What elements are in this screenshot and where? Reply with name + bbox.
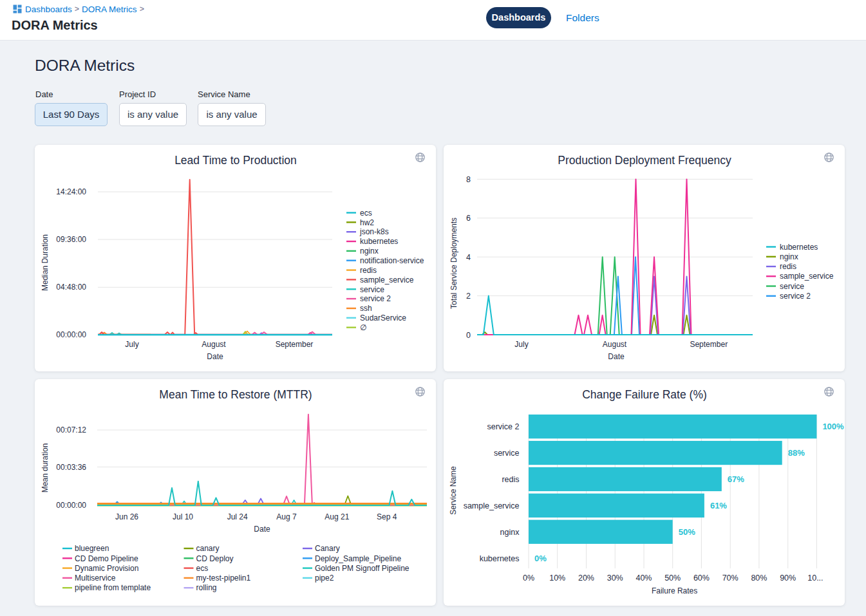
svg-text:80%: 80% (751, 574, 767, 583)
svg-text:Mean duration: Mean duration (41, 443, 50, 493)
svg-text:service 2: service 2 (487, 422, 519, 431)
svg-text:redis: redis (780, 262, 796, 271)
svg-text:Jun 26: Jun 26 (115, 512, 138, 521)
svg-text:bluegreen: bluegreen (75, 544, 109, 553)
svg-text:nginx: nginx (780, 252, 798, 261)
svg-text:09:36:00: 09:36:00 (56, 235, 86, 244)
svg-text:8: 8 (466, 175, 471, 184)
svg-text:August: August (202, 340, 226, 349)
svg-text:Dynamic Provision: Dynamic Provision (75, 564, 138, 573)
svg-text:60%: 60% (693, 574, 710, 583)
svg-text:50%: 50% (679, 527, 695, 537)
svg-text:Production Deployment Frequenc: Production Deployment Frequency (558, 154, 731, 167)
svg-text:CD Demo Pipeline: CD Demo Pipeline (75, 554, 138, 563)
svg-text:70%: 70% (722, 574, 739, 583)
svg-text:service 2: service 2 (360, 294, 391, 303)
svg-text:Jul 24: Jul 24 (227, 512, 248, 521)
svg-text:Multiservice: Multiservice (75, 574, 116, 583)
svg-text:10...: 10... (807, 574, 823, 583)
svg-text:Golden PM Signoff Pipeline: Golden PM Signoff Pipeline (315, 564, 409, 573)
svg-text:0%: 0% (534, 554, 547, 563)
svg-text:10%: 10% (549, 574, 565, 583)
svg-text:kubernetes: kubernetes (780, 243, 818, 252)
svg-text:canary: canary (196, 544, 220, 553)
svg-text:Median Duration: Median Duration (41, 234, 50, 291)
svg-text:service: service (360, 285, 384, 294)
svg-text:sample_service: sample_service (780, 272, 834, 281)
svg-text:September: September (690, 340, 728, 349)
svg-text:30%: 30% (607, 574, 623, 583)
svg-text:0: 0 (466, 331, 471, 340)
svg-text:61%: 61% (710, 501, 727, 510)
svg-text:Date: Date (608, 352, 625, 361)
svg-text:2: 2 (466, 292, 471, 301)
svg-text:kubernetes: kubernetes (480, 554, 520, 563)
svg-text:Sep 4: Sep 4 (377, 512, 397, 521)
svg-text:14:24:00: 14:24:00 (56, 187, 86, 196)
svg-text:service 2: service 2 (780, 292, 811, 301)
svg-text:Change Failure Rate (%): Change Failure Rate (%) (582, 388, 707, 401)
svg-text:40%: 40% (635, 574, 652, 583)
svg-text:September: September (276, 340, 314, 349)
svg-text:notification-service: notification-service (360, 256, 424, 265)
svg-text:Lead Time to Production: Lead Time to Production (174, 154, 297, 167)
svg-text:July: July (125, 340, 138, 349)
svg-text:July: July (514, 340, 528, 349)
svg-text:rolling: rolling (196, 583, 217, 592)
svg-text:hw2: hw2 (360, 218, 374, 227)
svg-text:00:00:00: 00:00:00 (56, 501, 86, 510)
svg-text:redis: redis (502, 475, 519, 484)
svg-text:pipeline from template: pipeline from template (75, 583, 151, 592)
svg-text:service: service (494, 449, 520, 458)
svg-text:kubernetes: kubernetes (360, 237, 398, 246)
svg-text:CD Deploy: CD Deploy (196, 554, 234, 563)
svg-text:0%: 0% (523, 574, 534, 583)
svg-text:6: 6 (466, 214, 471, 223)
svg-text:Canary: Canary (315, 544, 340, 553)
svg-text:∅: ∅ (360, 323, 366, 332)
svg-text:50%: 50% (664, 574, 681, 583)
svg-text:90%: 90% (780, 574, 796, 583)
svg-text:redis: redis (360, 266, 377, 275)
svg-text:Date: Date (207, 352, 223, 361)
svg-text:ssh: ssh (360, 304, 372, 313)
svg-text:00:07:12: 00:07:12 (56, 425, 86, 434)
svg-text:Deploy_Sample_Pipeline: Deploy_Sample_Pipeline (315, 554, 401, 563)
svg-text:Aug 21: Aug 21 (325, 512, 349, 521)
svg-text:SudarService: SudarService (360, 313, 406, 322)
svg-text:Total Service Deployments: Total Service Deployments (449, 218, 458, 309)
svg-text:20%: 20% (578, 574, 594, 583)
svg-text:json-k8s: json-k8s (359, 227, 389, 236)
svg-text:August: August (603, 340, 627, 349)
svg-text:sample_service: sample_service (464, 501, 520, 510)
svg-text:sample_service: sample_service (360, 275, 414, 285)
svg-text:88%: 88% (788, 448, 805, 458)
svg-text:04:48:00: 04:48:00 (56, 283, 86, 292)
svg-text:nginx: nginx (360, 247, 379, 256)
svg-text:nginx: nginx (500, 528, 520, 537)
svg-text:Service Name: Service Name (449, 466, 458, 515)
svg-text:00:03:36: 00:03:36 (56, 463, 86, 472)
svg-text:ecs: ecs (196, 564, 209, 573)
svg-text:my-test-pipelin1: my-test-pipelin1 (196, 574, 251, 583)
svg-text:100%: 100% (822, 422, 844, 431)
svg-text:ecs: ecs (360, 209, 372, 218)
svg-text:Aug 7: Aug 7 (276, 512, 297, 521)
svg-text:service: service (780, 282, 804, 291)
svg-text:67%: 67% (728, 474, 744, 484)
svg-text:pipe2: pipe2 (315, 574, 334, 583)
svg-text:Date: Date (254, 525, 270, 534)
svg-text:Mean Time to Restore (MTTR): Mean Time to Restore (MTTR) (159, 388, 312, 401)
svg-text:Failure Rates: Failure Rates (652, 586, 697, 595)
svg-text:Jul 10: Jul 10 (173, 512, 193, 521)
svg-text:4: 4 (466, 253, 471, 262)
svg-text:00:00:00: 00:00:00 (56, 330, 86, 339)
